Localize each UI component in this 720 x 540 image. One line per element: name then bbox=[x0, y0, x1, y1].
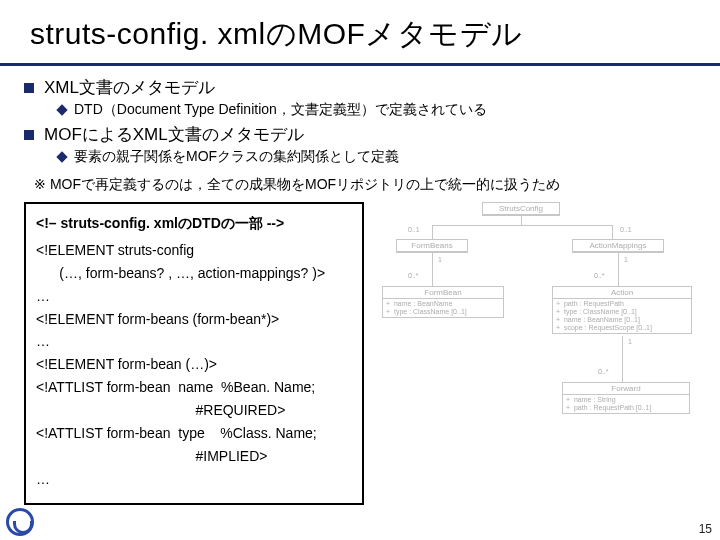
uml-class-attrs: + name : BeanName + type : ClassName [0.… bbox=[383, 299, 503, 317]
uml-class-formbeans: FormBeans bbox=[396, 239, 468, 253]
uml-multiplicity: 0..* bbox=[598, 368, 609, 375]
uml-diagram: StrutsConfig 0..1 0..1 FormBeans ActionM… bbox=[372, 202, 704, 472]
uml-class-attrs: + name : String + path : RequestPath [0.… bbox=[563, 395, 689, 413]
code-line: … bbox=[36, 470, 352, 489]
square-bullet-icon bbox=[24, 130, 34, 140]
uml-multiplicity: 1 bbox=[438, 256, 442, 263]
uml-class-name: Forward bbox=[563, 383, 689, 395]
bullet-level1: MOFによるXML文書のメタモデル bbox=[24, 123, 696, 146]
diamond-bullet-icon bbox=[56, 104, 67, 115]
uml-multiplicity: 1 bbox=[624, 256, 628, 263]
bullet-level2: 要素の親子関係をMOFクラスの集約関係として定義 bbox=[58, 148, 696, 166]
page-title: struts-config. xmlのMOFメタモデル bbox=[30, 14, 696, 55]
uml-connector bbox=[432, 225, 612, 226]
uml-connector bbox=[618, 252, 619, 286]
page-number: 15 bbox=[699, 522, 712, 536]
uml-connector bbox=[521, 215, 522, 225]
uml-multiplicity: 0..1 bbox=[408, 226, 420, 233]
diamond-bullet-icon bbox=[56, 151, 67, 162]
note-text: ※ MOFで再定義するのは，全ての成果物をMOFリポジトリの上で統一的に扱うため bbox=[34, 176, 690, 194]
uml-connector bbox=[622, 336, 623, 382]
uml-class-name: Action bbox=[553, 287, 691, 299]
uml-class-actionmappings: ActionMappings bbox=[572, 239, 664, 253]
uml-multiplicity: 0..1 bbox=[620, 226, 632, 233]
uml-class-name: StrutsConfig bbox=[483, 203, 559, 215]
uml-connector bbox=[612, 225, 613, 239]
uml-class-action: Action + path : RequestPath + type : Cla… bbox=[552, 286, 692, 334]
bullet1-1-text: DTD（Document Type Definition，文書定義型）で定義され… bbox=[74, 101, 487, 119]
code-line: … bbox=[36, 332, 352, 351]
uml-multiplicity: 0..* bbox=[594, 272, 605, 279]
uml-connector bbox=[432, 225, 433, 239]
code-line: <!ATTLIST form-bean name %Bean. Name; bbox=[36, 378, 352, 397]
code-line: #REQUIRED> bbox=[36, 401, 352, 420]
code-line: <!ELEMENT form-beans (form-bean*)> bbox=[36, 310, 352, 329]
uml-class-attrs: + path : RequestPath + type : ClassName … bbox=[553, 299, 691, 333]
square-bullet-icon bbox=[24, 83, 34, 93]
uml-multiplicity: 1 bbox=[628, 338, 632, 345]
lower-row: <!– struts-config. xmlのDTDの一部 --> <!ELEM… bbox=[0, 202, 720, 505]
uml-class-strutsconfig: StrutsConfig bbox=[482, 202, 560, 216]
bullet1-text: XML文書のメタモデル bbox=[44, 76, 215, 99]
code-line: <!ELEMENT form-bean (…)> bbox=[36, 355, 352, 374]
code-line: <!ELEMENT struts-config bbox=[36, 241, 352, 260]
content-area: XML文書のメタモデル DTD（Document Type Definition… bbox=[0, 76, 720, 194]
code-header: <!– struts-config. xmlのDTDの一部 --> bbox=[36, 214, 352, 233]
uml-class-forward: Forward + name : String + path : Request… bbox=[562, 382, 690, 414]
bullet-level1: XML文書のメタモデル bbox=[24, 76, 696, 99]
uml-connector bbox=[432, 252, 433, 286]
uml-class-name: ActionMappings bbox=[573, 240, 663, 252]
title-underline bbox=[0, 63, 720, 66]
code-line: (…, form-beans? , …, action-mappings? )> bbox=[36, 264, 352, 283]
uml-class-name: FormBean bbox=[383, 287, 503, 299]
logo-icon bbox=[6, 508, 34, 536]
bullet2-text: MOFによるXML文書のメタモデル bbox=[44, 123, 304, 146]
dtd-code-box: <!– struts-config. xmlのDTDの一部 --> <!ELEM… bbox=[24, 202, 364, 505]
uml-class-name: FormBeans bbox=[397, 240, 467, 252]
uml-class-formbean: FormBean + name : BeanName + type : Clas… bbox=[382, 286, 504, 318]
uml-multiplicity: 0..* bbox=[408, 272, 419, 279]
code-line: <!ATTLIST form-bean type %Class. Name; bbox=[36, 424, 352, 443]
code-line: #IMPLIED> bbox=[36, 447, 352, 466]
code-line: … bbox=[36, 287, 352, 306]
bullet2-1-text: 要素の親子関係をMOFクラスの集約関係として定義 bbox=[74, 148, 399, 166]
bullet-level2: DTD（Document Type Definition，文書定義型）で定義され… bbox=[58, 101, 696, 119]
